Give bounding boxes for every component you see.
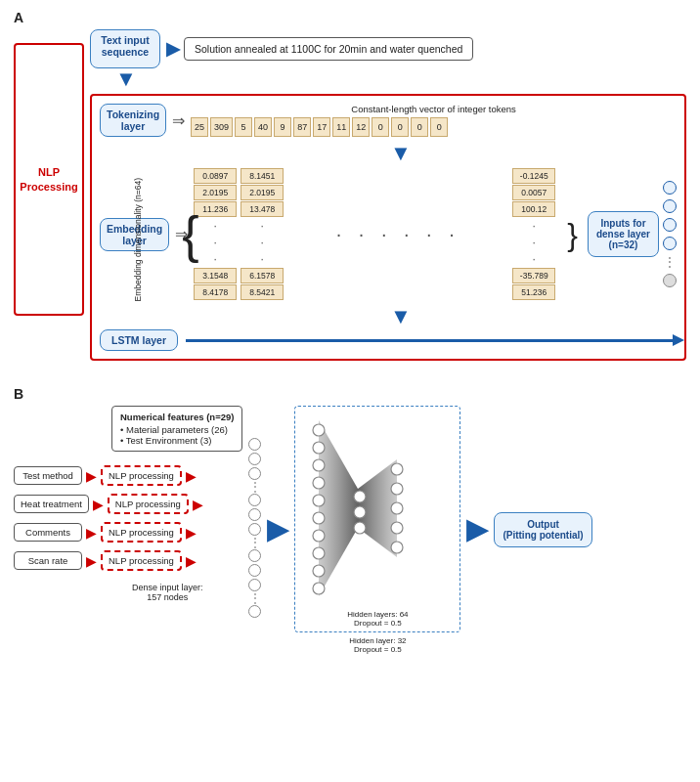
dense-node-dots: ⋮ — [249, 481, 261, 493]
emb-cell-r-5: 51.236 — [512, 284, 555, 300]
emb-cell-2-dot1: · — [241, 218, 284, 234]
emb-cell-r-3: 100.12 — [512, 201, 555, 217]
test-method-box: Test method — [14, 466, 82, 485]
dense-node-2 — [248, 453, 261, 465]
main-container: A Text input sequence ▼ ▶ Solution annea… — [0, 0, 700, 664]
arrow-red-out-2: ▶ — [193, 497, 203, 512]
svg-point-4 — [313, 459, 325, 471]
token-12: 12 — [352, 117, 370, 137]
nlp-label: NLPProcessing — [18, 161, 79, 197]
svg-point-13 — [354, 506, 366, 518]
emb-cell-r-dot1: · — [512, 218, 555, 234]
arrow-red-out-1: ▶ — [186, 468, 197, 484]
dense-node-1 — [248, 438, 261, 451]
nlp-proc-3: NLP processing — [101, 522, 182, 543]
tokenizing-row: Tokenizing layer ⇒ Constant-length vecto… — [100, 104, 677, 137]
token-0d: 0 — [430, 117, 448, 137]
arrow-down-1: ▼ — [115, 68, 135, 90]
emb-cell-1-dot3: · — [194, 251, 237, 267]
emb-matrix-right: -0.1245 0.0057 100.12 · · · -35.789 51.2… — [512, 168, 555, 300]
nlp-red-box: NLPProcessing — [14, 43, 84, 316]
nlp-row-4: Scan rate ▶ NLP processing ▶ — [14, 550, 242, 571]
text-input-box: Text input sequence — [90, 29, 160, 68]
dense-node-9 — [248, 579, 261, 591]
constant-vector-label: Constant-length vector of integer tokens — [191, 104, 677, 114]
token-0a: 0 — [372, 117, 389, 137]
num-features-title: Numerical features (n=29) — [120, 412, 234, 422]
big-arrow-icon-2: ▶ — [466, 516, 488, 543]
num-features-box: Numerical features (n=29) • Material par… — [111, 406, 242, 452]
svg-point-6 — [313, 495, 325, 506]
emb-cell-2-dot3: · — [241, 251, 284, 267]
emb-cell-2-2: 2.0195 — [241, 185, 284, 200]
hidden-layers-64-label: Hidden layers: 64Dropout = 0.5 — [299, 610, 456, 628]
token-11: 11 — [332, 117, 350, 137]
lstm-layer: LSTM layer — [100, 329, 178, 351]
arrow-down-2: ▼ — [390, 143, 410, 164]
panel-a: A Text input sequence ▼ ▶ Solution annea… — [14, 10, 686, 369]
lstm-arrowhead — [673, 334, 684, 346]
dense-node-7 — [248, 549, 261, 562]
arrow-red-2: ▶ — [93, 497, 104, 512]
arrow-red-4: ▶ — [86, 553, 97, 569]
svg-point-15 — [391, 463, 403, 475]
node-1 — [663, 181, 677, 195]
emb-cell-1-dot1: · — [194, 218, 237, 234]
node-circles-a: ⋮ — [663, 181, 677, 287]
brace-right: } — [567, 219, 578, 250]
comments-box: Comments — [14, 523, 82, 542]
emb-cell-2-dot2: · — [241, 235, 284, 250]
emb-cell-r-4: -35.789 — [512, 268, 555, 283]
svg-point-3 — [313, 442, 325, 454]
token-25: 25 — [191, 117, 208, 137]
svg-point-19 — [391, 542, 403, 553]
nlp-row-1: Test method ▶ NLP processing ▶ — [14, 465, 242, 486]
node-3 — [663, 218, 677, 232]
nlp-proc-1: NLP processing — [101, 465, 182, 486]
emb-cell-2-4: 6.1578 — [241, 268, 284, 283]
dense-node-6 — [248, 523, 261, 536]
emb-cell-2-5: 8.5421 — [241, 284, 284, 300]
dense-nodes-section: ⋮ ⋮ ⋮ — [248, 437, 261, 619]
emb-matrix-1: 0.0897 2.0195 11.236 · · · 3.1548 8.4178 — [194, 168, 237, 300]
token-section: Constant-length vector of integer tokens… — [191, 104, 677, 137]
output-box: Output(Pitting potential) — [494, 512, 591, 547]
heat-treatment-box: Heat treatment — [14, 495, 89, 513]
dense-node-4 — [248, 494, 261, 506]
svg-point-11 — [313, 583, 325, 594]
inputs-dense-box: Inputs for dense layer (n=32) — [588, 211, 659, 257]
svg-point-17 — [391, 502, 403, 514]
arrow-right-1: ▶ — [166, 38, 180, 60]
panel-b-left: Numerical features (n=29) • Material par… — [14, 406, 242, 602]
svg-point-14 — [354, 522, 366, 534]
token-17: 17 — [313, 117, 330, 137]
emb-cell-1-dot2: · — [194, 235, 237, 250]
dense-node-dots2: ⋮ — [249, 537, 261, 548]
nlp-row-3: Comments ▶ NLP processing ▶ — [14, 522, 242, 543]
arrow-red-out-3: ▶ — [186, 525, 197, 541]
panel-b: B Numerical features (n=29) • Material p… — [14, 386, 686, 654]
dense-node-5 — [248, 508, 261, 521]
panel-a-label: A — [14, 10, 686, 25]
emb-cell-r-2: 0.0057 — [512, 185, 555, 200]
nlp-proc-4: NLP processing — [101, 550, 182, 571]
panel-b-label: B — [14, 386, 686, 402]
token-87: 87 — [293, 117, 311, 137]
emb-cell-1-4: 3.1548 — [194, 268, 237, 283]
main-red-box: Tokenizing layer ⇒ Constant-length vecto… — [90, 94, 686, 361]
arrow-red-3: ▶ — [86, 525, 97, 541]
svg-point-8 — [313, 530, 325, 542]
big-arrow-b: ▶ — [267, 516, 288, 543]
node-4 — [663, 237, 677, 250]
token-309: 309 — [210, 117, 233, 137]
node-2 — [663, 199, 677, 213]
svg-point-7 — [313, 512, 325, 524]
emb-cell-r-dot2: · — [512, 235, 555, 250]
svg-point-10 — [313, 565, 325, 577]
arrow-red-1: ▶ — [86, 468, 97, 484]
token-5: 5 — [235, 117, 252, 137]
double-arrow-1: ⇒ — [172, 111, 185, 130]
emb-cell-2-3: 13.478 — [241, 201, 284, 217]
embedding-row: Embedding layer ⇒ Embedding dimensionali… — [100, 168, 677, 300]
dense-node-3 — [248, 467, 261, 480]
